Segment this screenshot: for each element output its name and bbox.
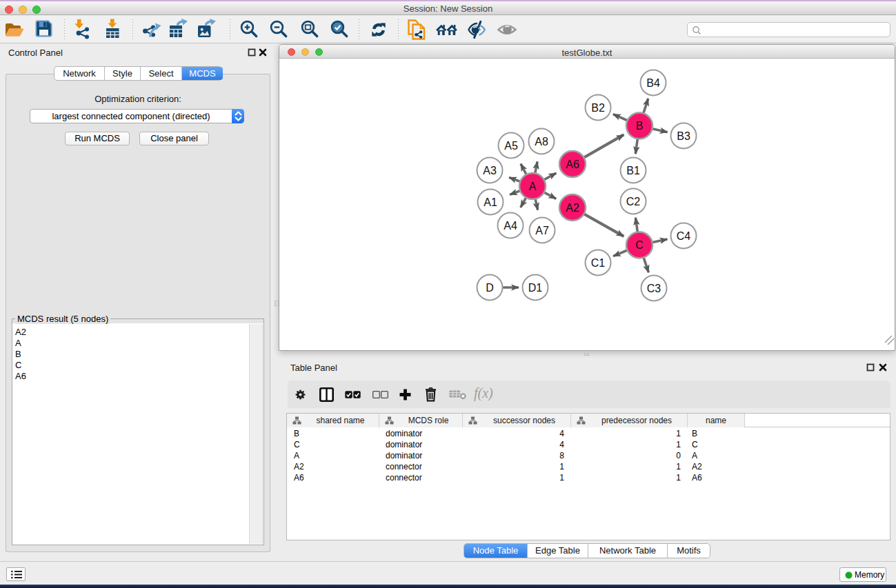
svg-text:A8: A8: [535, 136, 548, 148]
svg-text:C3: C3: [647, 283, 661, 294]
svg-text:A7: A7: [535, 225, 549, 236]
svg-text:A4: A4: [504, 220, 517, 232]
svg-text:A5: A5: [504, 140, 518, 152]
svg-text:A: A: [529, 181, 537, 192]
svg-text:A6: A6: [566, 159, 579, 170]
svg-text:C1: C1: [591, 257, 606, 269]
svg-text:B: B: [636, 120, 644, 132]
svg-text:B1: B1: [626, 165, 640, 176]
svg-text:B3: B3: [677, 130, 690, 142]
svg-text:D1: D1: [528, 282, 543, 294]
svg-text:A2: A2: [566, 202, 579, 214]
svg-text:B2: B2: [591, 102, 605, 114]
svg-text:C4: C4: [677, 230, 691, 242]
svg-text:B4: B4: [646, 77, 660, 89]
svg-text:C: C: [635, 239, 644, 251]
svg-text:C2: C2: [626, 196, 641, 207]
svg-text:A3: A3: [483, 165, 497, 176]
svg-text:D: D: [486, 282, 494, 294]
svg-text:A1: A1: [484, 196, 497, 208]
